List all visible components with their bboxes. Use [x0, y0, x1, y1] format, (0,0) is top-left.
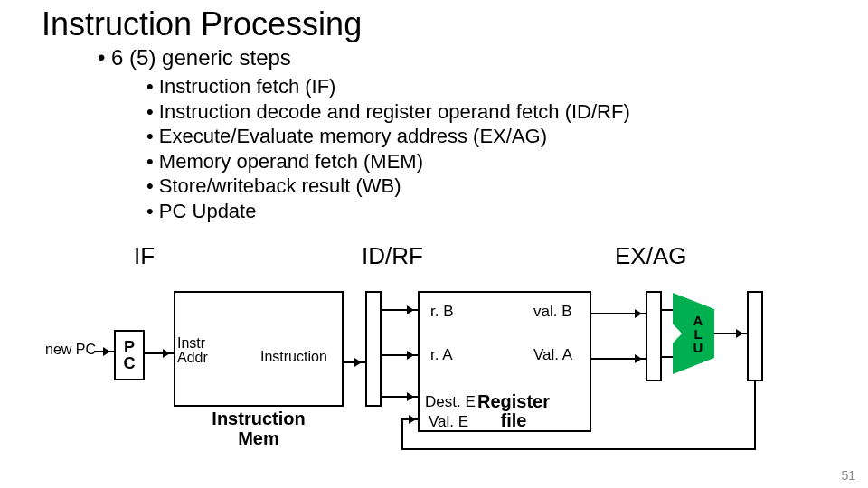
step-item: Instruction decode and register operand … [146, 99, 868, 125]
subtitle: 6 (5) generic steps [98, 45, 868, 70]
port-vale-label: Val. E [429, 414, 468, 429]
arrow-icon [344, 361, 365, 363]
feedback-arrow-icon [401, 418, 420, 420]
pipeline-latch [747, 291, 763, 381]
arrow-icon [382, 396, 418, 398]
imem-output-label: Instruction [260, 349, 327, 365]
arrow-icon [145, 352, 174, 354]
wire [662, 309, 675, 311]
port-rb-label: r. B [430, 304, 454, 319]
step-item: Memory operand fetch (MEM) [146, 149, 868, 174]
imem-caption: Instruction Mem [204, 408, 313, 448]
stage-if: IF [134, 242, 155, 270]
stage-idrf: ID/RF [362, 242, 423, 270]
stage-exag: EX/AG [615, 242, 686, 270]
step-item: Store/writeback result (WB) [146, 174, 868, 199]
port-vala-label: Val. A [533, 347, 572, 362]
imem-input-label: Instr Addr [177, 336, 208, 365]
step-item: PC Update [146, 199, 868, 224]
arrow-icon [382, 354, 418, 356]
feedback-wire [401, 448, 756, 450]
pc-register-block: P C [114, 330, 145, 380]
wire [662, 356, 675, 358]
feedback-wire [401, 418, 403, 450]
steps-list: Instruction fetch (IF) Instruction decod… [146, 74, 868, 223]
step-item: Instruction fetch (IF) [146, 74, 868, 99]
regfile-caption: Register file [477, 392, 550, 430]
arrow-icon [94, 351, 114, 352]
feedback-wire [754, 381, 756, 450]
alu-block: A L U [673, 293, 714, 374]
arrow-icon [591, 313, 646, 314]
port-ra-label: r. A [430, 347, 453, 362]
pipeline-latch [365, 291, 382, 407]
pipeline-latch [646, 291, 662, 381]
port-deste-label: Dest. E [425, 394, 476, 409]
pipeline-diagram: new PC P C Instr Addr Instruction Instru… [45, 280, 823, 461]
port-valb-label: val. B [533, 304, 572, 319]
arrow-icon [382, 309, 418, 311]
step-item: Execute/Evaluate memory address (EX/AG) [146, 124, 868, 149]
new-pc-label: new PC [45, 342, 96, 358]
arrow-icon [714, 333, 747, 334]
arrow-icon [591, 358, 646, 360]
slide-title: Instruction Processing [42, 5, 868, 43]
page-number: 51 [841, 468, 855, 483]
